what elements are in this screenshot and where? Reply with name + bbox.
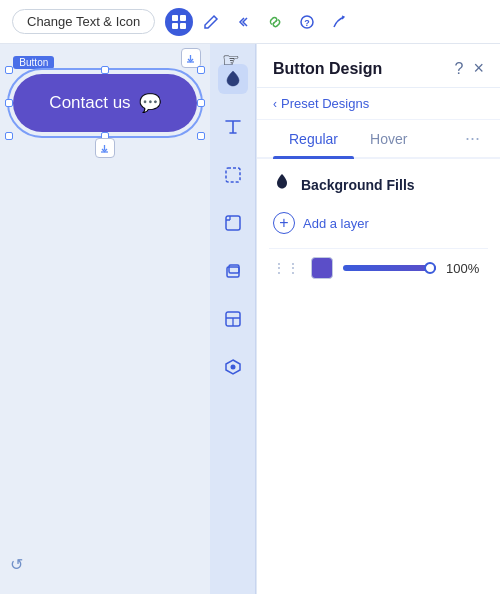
tab-regular[interactable]: Regular bbox=[273, 121, 354, 157]
svg-rect-2 bbox=[172, 23, 178, 29]
svg-rect-1 bbox=[180, 15, 186, 21]
svg-rect-0 bbox=[172, 15, 178, 21]
left-sidebar bbox=[210, 44, 256, 594]
svg-rect-3 bbox=[180, 23, 186, 29]
toolbar: Change Text & Icon bbox=[0, 0, 500, 44]
corner-icon[interactable] bbox=[218, 208, 248, 238]
download-handle-top[interactable] bbox=[181, 48, 201, 68]
canvas-inner: Button Contact us 💬 bbox=[13, 74, 196, 132]
preset-designs-row[interactable]: ‹ Preset Designs bbox=[257, 88, 500, 120]
link-icon[interactable] bbox=[261, 8, 289, 36]
help-icon[interactable]: ? bbox=[293, 8, 321, 36]
handle-ml[interactable] bbox=[5, 99, 13, 107]
preset-label: Preset Designs bbox=[281, 96, 369, 111]
layers-icon[interactable] bbox=[218, 256, 248, 286]
component-icon[interactable] bbox=[218, 352, 248, 382]
canvas-button-text: Contact us bbox=[49, 93, 130, 113]
dashed-rect-icon[interactable] bbox=[218, 160, 248, 190]
panel-close-icon[interactable]: × bbox=[473, 58, 484, 79]
color-row: ⋮⋮ 100% bbox=[257, 249, 500, 287]
curve-icon[interactable] bbox=[325, 8, 353, 36]
text-tool-icon[interactable] bbox=[218, 112, 248, 142]
svg-point-12 bbox=[230, 365, 235, 370]
tab-more-icon[interactable]: ··· bbox=[461, 120, 484, 157]
panel-help-icon[interactable]: ? bbox=[455, 60, 464, 78]
tab-hover[interactable]: Hover bbox=[354, 121, 423, 157]
layout-tool-icon[interactable] bbox=[218, 304, 248, 334]
opacity-slider-thumb[interactable] bbox=[424, 262, 436, 274]
download-handle-bottom[interactable] bbox=[95, 138, 115, 158]
svg-rect-6 bbox=[226, 168, 240, 182]
add-layer-icon: + bbox=[273, 212, 295, 234]
undo-button[interactable]: ↺ bbox=[10, 555, 23, 574]
handle-bl[interactable] bbox=[5, 132, 13, 140]
handle-br[interactable] bbox=[197, 132, 205, 140]
svg-rect-9 bbox=[229, 265, 239, 273]
layout-icon[interactable] bbox=[165, 8, 193, 36]
canvas-button-icon: 💬 bbox=[139, 92, 161, 114]
handle-mr[interactable] bbox=[197, 99, 205, 107]
svg-text:?: ? bbox=[304, 18, 310, 28]
opacity-slider[interactable] bbox=[343, 265, 436, 271]
section-title: Background Fills bbox=[301, 177, 415, 193]
add-layer-row[interactable]: + Add a layer bbox=[257, 206, 500, 248]
fill-section-icon bbox=[273, 173, 291, 196]
panel-title: Button Design bbox=[273, 60, 382, 78]
panel-header-icons: ? × bbox=[455, 58, 484, 79]
handle-tl[interactable] bbox=[5, 66, 13, 74]
button-label-tag: Button bbox=[13, 56, 54, 69]
preset-chevron-icon: ‹ bbox=[273, 97, 277, 111]
drag-dots-icon[interactable]: ⋮⋮ bbox=[273, 261, 301, 275]
fill-tool-icon[interactable] bbox=[218, 64, 248, 94]
tabs-row: Regular Hover ··· bbox=[257, 120, 500, 159]
svg-rect-7 bbox=[226, 216, 240, 230]
panel-header: Button Design ? × bbox=[257, 44, 500, 88]
pen-icon[interactable] bbox=[197, 8, 225, 36]
back-icon[interactable] bbox=[229, 8, 257, 36]
handle-tc[interactable] bbox=[101, 66, 109, 74]
add-layer-label: Add a layer bbox=[303, 216, 369, 231]
toolbar-icons: ? bbox=[165, 8, 353, 36]
right-panel: Button Design ? × ‹ Preset Designs Regul… bbox=[256, 44, 500, 594]
canvas-button[interactable]: Contact us 💬 bbox=[13, 74, 196, 132]
change-text-icon-label[interactable]: Change Text & Icon bbox=[12, 9, 155, 34]
section-header: Background Fills bbox=[257, 159, 500, 206]
canvas-area: Button Contact us 💬 bbox=[0, 44, 210, 594]
opacity-value: 100% bbox=[446, 261, 484, 276]
color-swatch[interactable] bbox=[311, 257, 333, 279]
